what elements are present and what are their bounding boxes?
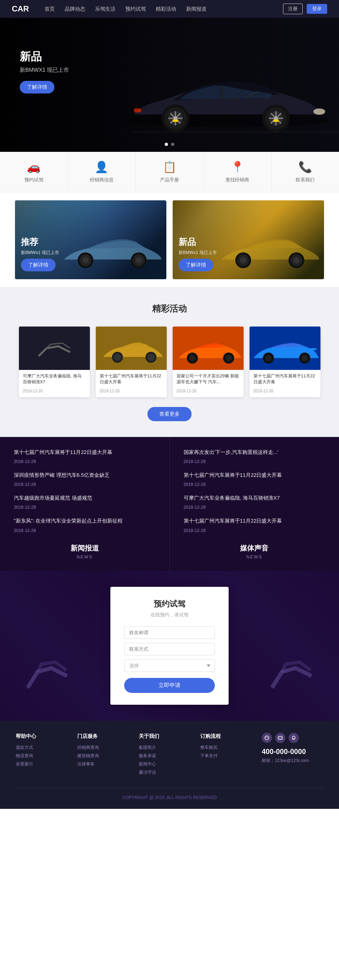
test-drive-form-subtitle: 在线预约，请试驾	[124, 612, 215, 618]
footer-link-car-buy[interactable]: 整车购买	[200, 745, 262, 750]
test-drive-submit-button[interactable]: 立即申请	[124, 678, 215, 693]
hero-detail-button[interactable]: 了解详情	[20, 81, 54, 93]
promo-card-2: 新品 新BMWx1 现已上市 了解详情	[173, 200, 324, 279]
hero-text: 新品 新BMWX1 现已上市 了解详情	[20, 49, 69, 93]
activities-more-button[interactable]: 查看更多	[147, 407, 192, 421]
footer-col-store: 门店服务 经销商查询 建筑物查询 法律事务	[77, 733, 139, 778]
svg-point-29	[136, 257, 142, 263]
footer-link-refund[interactable]: 退款方式	[16, 745, 77, 750]
activity-card-3-title: 迎家公司一个月才卖出29辆 新能源车也大赚下亏 汽车...	[177, 373, 240, 385]
footer-link-legal[interactable]: 法律事务	[77, 761, 139, 767]
activities-section: 精彩活动 可摩广大汽车业务遍临陆, 海马百骑销淮X7 2019-12-26	[0, 287, 339, 437]
promo-card-2-content: 新品 新BMWx1 现已上市 了解详情	[179, 236, 217, 271]
footer: 帮助中心 退款方式 物流查询 发票索引 门店服务 经销商查询 建筑物查询 法律事…	[0, 721, 339, 809]
footer-link-building[interactable]: 建筑物查询	[77, 753, 139, 759]
svg-rect-36	[19, 327, 90, 370]
promo-card-2-button[interactable]: 了解详情	[179, 259, 213, 271]
svg-point-55	[265, 355, 272, 361]
promo-card-1-title: 推荐	[21, 236, 59, 248]
news-item-right-1-title[interactable]: 国家再次发出'下一步,汽车购置税这样走...'	[184, 449, 326, 456]
steering-wheel-icon: 🚗	[27, 161, 41, 174]
footer-copyright: COPYRIGHT @ 2018. ALL RIGHTS RESERVED	[16, 792, 323, 803]
news-item-right-1: 国家再次发出'下一步,汽车购置税这样走...' 2018-12-28	[184, 449, 326, 465]
news-item-left-3: 汽车越级跑市场蔓延规范 场盛规范 2018-12-28	[14, 495, 156, 510]
nav-news[interactable]: 新闻报道	[186, 6, 207, 13]
nav-lifestyle[interactable]: 乐驾生活	[95, 6, 115, 13]
footer-link-logistics[interactable]: 物流查询	[16, 753, 77, 759]
test-drive-phone-input[interactable]	[124, 643, 215, 655]
nav-links: 首页 品牌动态 乐驾生活 预约试驾 精彩活动 新闻报道	[45, 6, 283, 13]
activity-card-3: 迎家公司一个月才卖出29辆 新能源车也大赚下亏 汽车... 2018-12-26	[173, 327, 244, 397]
quick-link-dealer[interactable]: 👤 经销商信息	[68, 152, 136, 192]
svg-point-65	[281, 737, 281, 738]
social-icon-qq[interactable]	[289, 733, 299, 743]
footer-link-payment[interactable]: 下单支付	[200, 753, 262, 759]
svg-rect-4	[134, 108, 141, 112]
social-icon-weibo[interactable]	[262, 733, 272, 743]
news-item-left-4-title[interactable]: "新东风": 在全球汽车业全荣新起点上开创新征程	[14, 517, 156, 525]
news-panel-right-footer: 媒体声音 NEWS	[184, 543, 326, 559]
quick-link-manual[interactable]: 📋 产品手册	[136, 152, 203, 192]
news-item-right-4-title[interactable]: 第十七届广州汽车展将于11月22日盛大开幕	[184, 517, 326, 525]
promo-card-1-button[interactable]: 了解详情	[21, 259, 56, 271]
news-item-left-2-title[interactable]: 深圳疫情形势严峻 理想汽车6.5亿资金缺乏	[14, 472, 156, 479]
nav-actions: 注册 登录	[283, 4, 327, 14]
footer-col-order-title: 订购流程	[200, 733, 262, 740]
activity-cards-container: 可摩广大汽车业务遍临陆, 海马百骑销淮X7 2019-12-26 第十七届广州汽…	[12, 327, 327, 397]
login-button[interactable]: 登录	[307, 4, 327, 14]
news-item-left-2: 深圳疫情形势严峻 理想汽车6.5亿资金缺乏 2018-12-28	[14, 472, 156, 487]
footer-link-dealer-search[interactable]: 经销商查询	[77, 745, 139, 750]
news-item-left-3-title[interactable]: 汽车越级跑市场蔓延规范 场盛规范	[14, 495, 156, 502]
news-item-left-2-date: 2018-12-28	[14, 482, 36, 487]
footer-link-service-promise[interactable]: 服务承诺	[139, 753, 200, 759]
news-item-right-2: 第十七届广州汽车展将于11月22日盛大开幕 2018-12-28	[184, 472, 326, 487]
register-button[interactable]: 注册	[283, 4, 303, 14]
svg-point-32	[240, 257, 246, 263]
quick-link-contact[interactable]: 📞 联系我们	[272, 152, 339, 192]
activities-title: 精彩活动	[12, 303, 327, 315]
social-icon-wechat[interactable]	[275, 733, 285, 743]
svg-point-50	[225, 355, 232, 361]
footer-link-integrity[interactable]: 廉洁守法	[139, 769, 200, 775]
quick-link-testdrive[interactable]: 🚗 预约试驾	[0, 152, 68, 192]
svg-point-48	[189, 355, 196, 361]
footer-col-order: 订购流程 整车购买 下单支付	[200, 733, 262, 778]
nav-activities[interactable]: 精彩活动	[156, 6, 176, 13]
footer-link-group[interactable]: 集团简介	[139, 745, 200, 750]
test-drive-name-input[interactable]	[124, 626, 215, 639]
footer-link-news-center[interactable]: 新闻中心	[139, 761, 200, 767]
book-icon: 📋	[163, 161, 177, 174]
footer-link-invoice[interactable]: 发票索引	[16, 761, 77, 767]
activity-card-4: 第十七届广州汽车展将于11月22日盛大开幕 2018-12-26	[250, 327, 320, 397]
activity-card-2-info: 第十七届广州汽车展将于11月22日盛大开幕 2019-12-26	[96, 370, 167, 397]
svg-rect-21	[173, 119, 178, 122]
footer-col-about: 关于我们 集团简介 服务承诺 新闻中心 廉洁守法	[139, 733, 200, 778]
hero-dot-2[interactable]	[171, 143, 174, 146]
hero-car-image	[110, 57, 339, 144]
svg-point-62	[265, 736, 269, 740]
svg-point-43	[114, 354, 121, 361]
quick-link-find[interactable]: 📍 查找经销商	[204, 152, 272, 192]
svg-point-0	[126, 113, 331, 127]
nav-home[interactable]: 首页	[45, 6, 55, 13]
promo-card-1-subtitle: 新BMWx1 现已上市	[21, 250, 59, 256]
svg-point-26	[82, 257, 89, 263]
nav-testdrive[interactable]: 预约试驾	[125, 6, 146, 13]
test-drive-model-select[interactable]: 选择 BMWX1 BMWX3 BMWX5 BMWX7	[124, 659, 215, 672]
promo-section: 推荐 新BMWx1 现已上市 了解详情 新品 新BMWx1 现已上市 了解详情	[0, 192, 339, 287]
activity-card-4-title: 第十七届广州汽车展将于11月22日盛大开幕	[253, 373, 317, 385]
news-item-right-2-title[interactable]: 第十七届广州汽车展将于11月22日盛大开幕	[184, 472, 326, 479]
activity-card-2-title: 第十七届广州汽车展将于11月22日盛大开幕	[100, 373, 163, 385]
footer-columns: 帮助中心 退款方式 物流查询 发票索引 门店服务 经销商查询 建筑物查询 法律事…	[16, 733, 323, 778]
promo-card-2-title: 新品	[179, 236, 217, 248]
news-item-right-4: 第十七届广州汽车展将于11月22日盛大开幕 2018-12-28	[184, 517, 326, 533]
footer-col-contact: 400-000-0000 邮箱：123se@123r.com	[262, 733, 323, 778]
hero-dot-1[interactable]	[165, 143, 168, 146]
hero-subtitle: 新BMWX1 现已上市	[20, 67, 69, 74]
news-item-right-4-date: 2018-12-28	[184, 528, 206, 533]
nav-brand[interactable]: 品牌动态	[65, 6, 85, 13]
footer-social-icons	[262, 733, 323, 743]
news-item-left-1-title[interactable]: 第十七届广州汽车展将于11月22日盛大开幕	[14, 449, 156, 456]
news-item-right-3-title[interactable]: 可摩广大汽车业务遍临陆, 海马百骑销淮X7	[184, 495, 326, 502]
activity-card-4-info: 第十七届广州汽车展将于11月22日盛大开幕 2018-12-26	[250, 370, 320, 397]
